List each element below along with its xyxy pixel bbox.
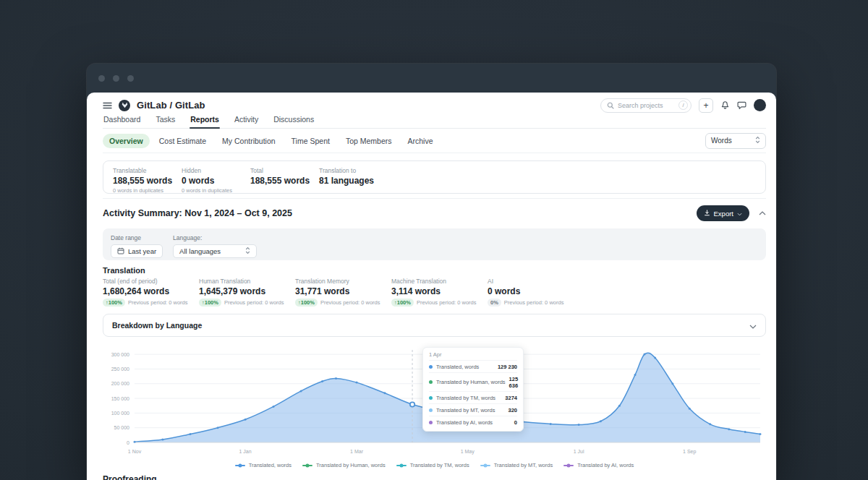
summary-stat: Translatable 188,555 words 0 words in du… bbox=[113, 167, 182, 194]
svg-text:1 Nov: 1 Nov bbox=[128, 449, 142, 454]
tooltip-date: 1 Apr bbox=[429, 351, 517, 360]
metric-value: 31,771 words bbox=[295, 286, 391, 296]
translation-section-title: Translation bbox=[103, 266, 766, 275]
window-control-icon[interactable] bbox=[113, 75, 119, 82]
metric-delta-badge: ↑100% bbox=[103, 299, 125, 307]
legend-dot-icon bbox=[483, 463, 487, 467]
legend-item[interactable]: Translated by MT, words bbox=[480, 462, 553, 468]
metric-value: 1,645,379 words bbox=[199, 286, 295, 296]
series-dot-icon bbox=[429, 380, 433, 384]
messages-icon[interactable] bbox=[737, 101, 746, 110]
summary-stat: Translation to 81 languages bbox=[319, 167, 388, 193]
metric-label: Total (end of period) bbox=[103, 278, 199, 285]
search-icon bbox=[607, 99, 614, 112]
activity-chart-area: 050 000100 000150 000200 000250 000300 0… bbox=[103, 341, 766, 460]
metric-previous-period: Previous period: 0 words bbox=[417, 299, 477, 306]
metric-delta-badge: ↑100% bbox=[295, 299, 318, 307]
legend-dot-icon bbox=[238, 463, 242, 467]
activity-summary-title: Activity Summary: Nov 1, 2024 – Oct 9, 2… bbox=[103, 208, 292, 218]
tooltip-row: Translated by TM, words 3274 bbox=[429, 391, 517, 403]
metric: Machine Translation 3,114 words ↑100% Pr… bbox=[391, 278, 488, 305]
search-input[interactable] bbox=[618, 102, 675, 109]
report-tab[interactable]: Overview bbox=[103, 134, 150, 148]
legend-label: Translated by MT, words bbox=[494, 462, 553, 468]
report-tab[interactable]: My Contribution bbox=[216, 134, 282, 148]
menu-icon[interactable] bbox=[103, 102, 112, 109]
svg-text:100 000: 100 000 bbox=[111, 411, 129, 416]
report-tab[interactable]: Time Spent bbox=[285, 134, 336, 148]
legend-line-icon bbox=[480, 465, 490, 466]
metric-label: Human Translation bbox=[199, 278, 295, 285]
user-avatar[interactable] bbox=[754, 99, 766, 111]
language-value: All languages bbox=[179, 247, 221, 255]
date-range-label: Date range bbox=[111, 234, 163, 241]
stat-value: 188,555 words bbox=[113, 176, 182, 186]
legend-dot-icon bbox=[399, 463, 403, 467]
notifications-bell-icon[interactable] bbox=[720, 100, 730, 110]
series-dot-icon bbox=[429, 421, 433, 424]
legend-dot-icon bbox=[567, 463, 571, 467]
collapse-section-icon[interactable] bbox=[759, 211, 766, 215]
stat-value: 81 languages bbox=[319, 176, 388, 186]
select-carets-icon bbox=[245, 247, 250, 256]
metric: AI 0 words 0% Previous period: 0 words bbox=[488, 278, 584, 305]
svg-text:300 000: 300 000 bbox=[111, 352, 129, 357]
metric-label: Machine Translation bbox=[391, 278, 488, 285]
metric: Translation Memory 31,771 words ↑100% Pr… bbox=[295, 278, 391, 305]
legend-item[interactable]: Translated by TM, words bbox=[396, 462, 469, 468]
tooltip-series-value: 129 230 bbox=[498, 364, 517, 370]
metric-previous-period: Previous period: 0 words bbox=[504, 299, 564, 306]
metric-delta-badge: ↑100% bbox=[199, 299, 221, 307]
legend-item[interactable]: Translated, words bbox=[235, 462, 292, 468]
language-select[interactable]: All languages bbox=[173, 244, 257, 258]
svg-text:1 Sep: 1 Sep bbox=[683, 449, 696, 455]
breakdown-by-language-card[interactable]: Breakdown by Language bbox=[103, 314, 766, 337]
svg-text:250 000: 250 000 bbox=[111, 367, 129, 372]
language-label: Language: bbox=[173, 234, 257, 241]
app-content: GitLab / GitLab / + bbox=[87, 93, 776, 480]
report-subtabs: Overview Cost Estimate My Contribution T… bbox=[103, 134, 440, 148]
legend-item[interactable]: Translated by AI, words bbox=[563, 462, 634, 468]
nav-tab[interactable]: Dashboard bbox=[103, 113, 141, 128]
date-range-button[interactable]: Last year bbox=[111, 244, 163, 258]
report-tab[interactable]: Archive bbox=[401, 134, 440, 148]
export-button[interactable]: Export bbox=[697, 205, 749, 221]
legend-line-icon bbox=[302, 465, 312, 466]
window-control-icon[interactable] bbox=[98, 75, 105, 82]
search-box[interactable]: / bbox=[600, 98, 692, 113]
report-tab[interactable]: Top Members bbox=[339, 134, 399, 148]
breakdown-title: Breakdown by Language bbox=[112, 321, 202, 330]
legend-item[interactable]: Translated by Human, words bbox=[302, 462, 386, 468]
tooltip-series-value: 0 bbox=[514, 419, 517, 426]
tooltip-row: Translated, words 129 230 bbox=[429, 360, 517, 372]
legend-label: Translated, words bbox=[249, 462, 292, 468]
export-label: Export bbox=[714, 210, 733, 218]
header-actions: / + bbox=[600, 98, 766, 113]
window-control-icon[interactable] bbox=[127, 75, 134, 82]
nav-tab[interactable]: Activity bbox=[234, 113, 259, 128]
chevron-down-icon bbox=[737, 210, 742, 218]
nav-tab[interactable]: Reports bbox=[190, 113, 220, 128]
nav-tab[interactable]: Tasks bbox=[155, 113, 176, 128]
tooltip-series-label: Translated by MT, words bbox=[436, 407, 504, 413]
calendar-icon bbox=[117, 247, 124, 256]
metric-value: 1,680,264 words bbox=[103, 286, 199, 296]
stat-label: Translation to bbox=[319, 167, 388, 174]
chart-legend: Translated, words Translated by Human, w… bbox=[103, 461, 766, 469]
add-button[interactable]: + bbox=[699, 98, 713, 113]
project-nav-tabs: Dashboard Tasks Reports Activity Discuss… bbox=[103, 113, 766, 129]
metric-label: Translation Memory bbox=[295, 278, 391, 285]
metric-delta-badge: 0% bbox=[488, 299, 501, 307]
unit-select[interactable]: Words bbox=[705, 133, 766, 149]
metric: Total (end of period) 1,680,264 words ↑1… bbox=[103, 278, 199, 305]
legend-line-icon bbox=[396, 465, 407, 466]
report-tab[interactable]: Cost Estimate bbox=[153, 134, 213, 148]
nav-tab[interactable]: Discussions bbox=[273, 113, 315, 128]
svg-text:1 Jan: 1 Jan bbox=[239, 449, 252, 454]
date-range-value: Last year bbox=[128, 247, 156, 255]
tooltip-series-label: Translated, words bbox=[436, 364, 494, 370]
activity-summary-header: Activity Summary: Nov 1, 2024 – Oct 9, 2… bbox=[103, 198, 766, 221]
svg-text:50 000: 50 000 bbox=[114, 425, 130, 430]
window-titlebar bbox=[87, 64, 776, 93]
legend-dot-icon bbox=[306, 463, 310, 467]
